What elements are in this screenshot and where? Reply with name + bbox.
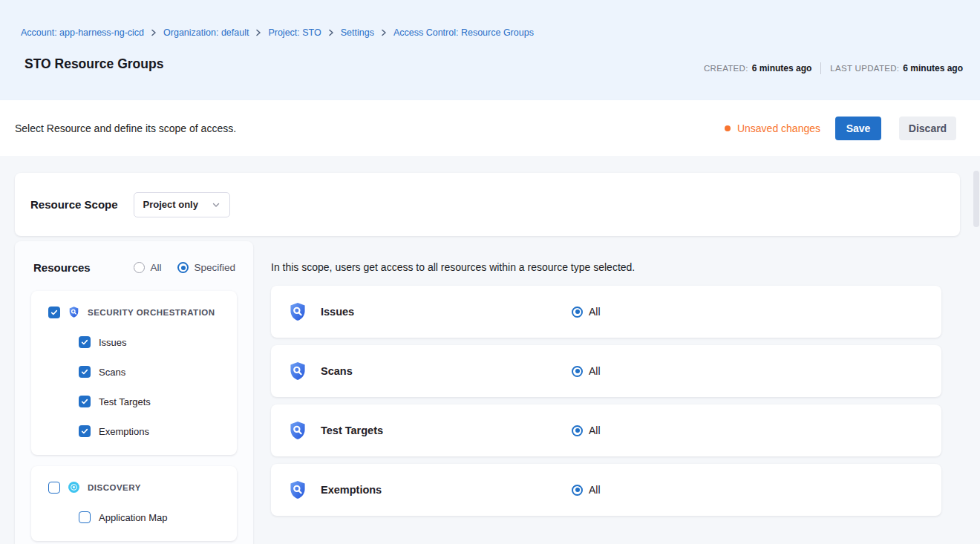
resource-group-header: SECURITY ORCHESTRATION bbox=[31, 306, 237, 318]
sto-shield-icon bbox=[287, 420, 308, 441]
radio-all-selected-icon[interactable] bbox=[572, 366, 583, 377]
radio-option-specified[interactable]: Specified bbox=[177, 262, 235, 273]
resource-group-list: SECURITY ORCHESTRATIONIssuesScansTest Ta… bbox=[15, 274, 253, 541]
unsaved-changes-label: Unsaved changes bbox=[737, 122, 820, 134]
resource-group-discovery: DISCOVERYApplication Map bbox=[31, 466, 237, 541]
resource-card-issues: IssuesAll bbox=[271, 286, 941, 338]
resource-group-label: SECURITY ORCHESTRATION bbox=[88, 308, 215, 317]
unsaved-changes-indicator: Unsaved changes bbox=[725, 122, 820, 134]
checkbox-security-orchestration[interactable] bbox=[48, 307, 60, 318]
toolbar-description: Select Resource and define its scope of … bbox=[15, 122, 236, 134]
resource-card-access: All bbox=[572, 306, 601, 318]
resource-child-label: Application Map bbox=[99, 512, 168, 523]
radio-all-selected-icon[interactable] bbox=[572, 485, 583, 496]
resource-scope-label: Resource Scope bbox=[30, 198, 118, 211]
resource-child-scans: Scans bbox=[31, 366, 237, 378]
sto-shield-icon bbox=[287, 301, 308, 322]
scope-description: In this scope, users get access to all r… bbox=[271, 261, 635, 273]
unsaved-dot-icon bbox=[725, 125, 731, 131]
radio-all-selected-icon[interactable] bbox=[572, 425, 583, 436]
breadcrumb-link-project[interactable]: Project: STO bbox=[268, 27, 321, 38]
breadcrumb: Account: app-harness-ng-cicdOrganization… bbox=[21, 27, 534, 38]
sto-shield-icon bbox=[287, 479, 308, 500]
save-button[interactable]: Save bbox=[835, 117, 881, 140]
resources-title: Resources bbox=[33, 261, 91, 274]
checkbox-scans[interactable] bbox=[79, 366, 91, 378]
radio-specified-icon[interactable] bbox=[177, 262, 189, 273]
checkbox-issues[interactable] bbox=[79, 336, 91, 348]
last-updated-label: LAST UPDATED: bbox=[830, 64, 899, 73]
discard-button[interactable]: Discard bbox=[899, 117, 956, 140]
resource-child-label: Scans bbox=[99, 367, 125, 378]
resource-groups-page: Account: app-harness-ng-cicdOrganization… bbox=[0, 0, 980, 544]
resource-card-access-label: All bbox=[589, 365, 601, 377]
radio-all-label: All bbox=[150, 262, 161, 273]
created-value: 6 minutes ago bbox=[752, 63, 812, 73]
checkbox-test-targets[interactable] bbox=[79, 396, 91, 407]
resources-sidebar-header: Resources All Specified bbox=[15, 241, 253, 274]
radio-specified-label: Specified bbox=[194, 262, 235, 273]
resource-child-exemptions: Exemptions bbox=[31, 425, 237, 437]
resource-child-label: Test Targets bbox=[99, 396, 151, 407]
resource-card-scans: ScansAll bbox=[271, 345, 941, 397]
resource-card-title: Test Targets bbox=[321, 425, 383, 436]
action-toolbar: Select Resource and define its scope of … bbox=[0, 100, 980, 156]
breadcrumb-link-access-control[interactable]: Access Control: Resource Groups bbox=[393, 27, 534, 38]
resource-child-issues: Issues bbox=[31, 336, 237, 348]
resources-filter-radios: All Specified bbox=[134, 262, 235, 273]
chevron-down-icon bbox=[212, 200, 220, 209]
resource-card-access-label: All bbox=[589, 425, 601, 436]
radio-all-icon[interactable] bbox=[134, 262, 145, 273]
sto-shield-icon bbox=[287, 361, 308, 381]
resource-group-label: DISCOVERY bbox=[88, 483, 141, 492]
discovery-radar-icon bbox=[68, 481, 80, 494]
resource-card-access-label: All bbox=[589, 306, 601, 318]
resources-sidebar: Resources All Specified SECURITY ORCHEST… bbox=[15, 241, 253, 544]
breadcrumb-separator-icon bbox=[150, 29, 157, 36]
created-label: CREATED: bbox=[704, 64, 748, 73]
resource-card-title: Exemptions bbox=[321, 484, 382, 496]
resource-child-application-map: Application Map bbox=[31, 511, 237, 523]
page-header: Account: app-harness-ng-cicdOrganization… bbox=[0, 0, 980, 100]
sto-shield-icon bbox=[68, 306, 80, 318]
resource-child-test-targets: Test Targets bbox=[31, 396, 237, 407]
breadcrumb-separator-icon bbox=[255, 29, 262, 36]
resource-child-label: Exemptions bbox=[99, 426, 149, 437]
resource-scope-card: Resource Scope Project only bbox=[15, 173, 960, 236]
resource-card-access: All bbox=[572, 365, 601, 377]
breadcrumb-separator-icon bbox=[327, 29, 335, 36]
toolbar-actions: Unsaved changes Save Discard bbox=[725, 117, 956, 140]
main-content: Resource Scope Project only Resources Al… bbox=[0, 156, 980, 544]
resource-scope-select[interactable]: Project only bbox=[134, 192, 230, 217]
resource-group-security-orchestration: SECURITY ORCHESTRATIONIssuesScansTest Ta… bbox=[31, 291, 237, 455]
checkbox-discovery[interactable] bbox=[48, 482, 60, 494]
breadcrumb-link-account[interactable]: Account: app-harness-ng-cicd bbox=[21, 27, 144, 38]
resource-card-access: All bbox=[572, 484, 601, 496]
checkbox-exemptions[interactable] bbox=[79, 425, 91, 437]
resource-card-access-label: All bbox=[589, 484, 601, 496]
breadcrumb-link-settings[interactable]: Settings bbox=[341, 27, 374, 38]
checkbox-application-map[interactable] bbox=[79, 511, 91, 523]
breadcrumb-separator-icon bbox=[380, 29, 388, 36]
page-title: STO Resource Groups bbox=[24, 56, 163, 72]
resource-card-test-targets: Test TargetsAll bbox=[271, 404, 941, 456]
last-updated-value: 6 minutes ago bbox=[903, 63, 963, 73]
meta-info: CREATED: 6 minutes ago LAST UPDATED: 6 m… bbox=[704, 62, 963, 74]
resource-child-label: Issues bbox=[99, 337, 127, 348]
radio-option-all[interactable]: All bbox=[134, 262, 161, 273]
resource-group-header: DISCOVERY bbox=[31, 481, 237, 494]
scrollbar-thumb[interactable] bbox=[973, 171, 979, 227]
breadcrumb-link-organization[interactable]: Organization: default bbox=[163, 27, 249, 38]
radio-all-selected-icon[interactable] bbox=[572, 307, 583, 318]
resource-card-access: All bbox=[572, 425, 601, 436]
resource-card-exemptions: ExemptionsAll bbox=[271, 464, 941, 516]
resource-card-list: IssuesAllScansAllTest TargetsAllExemptio… bbox=[271, 286, 941, 523]
resource-card-title: Issues bbox=[321, 306, 354, 318]
resource-scope-selected-value: Project only bbox=[143, 199, 198, 210]
resource-card-title: Scans bbox=[321, 365, 353, 377]
meta-divider bbox=[820, 62, 821, 74]
